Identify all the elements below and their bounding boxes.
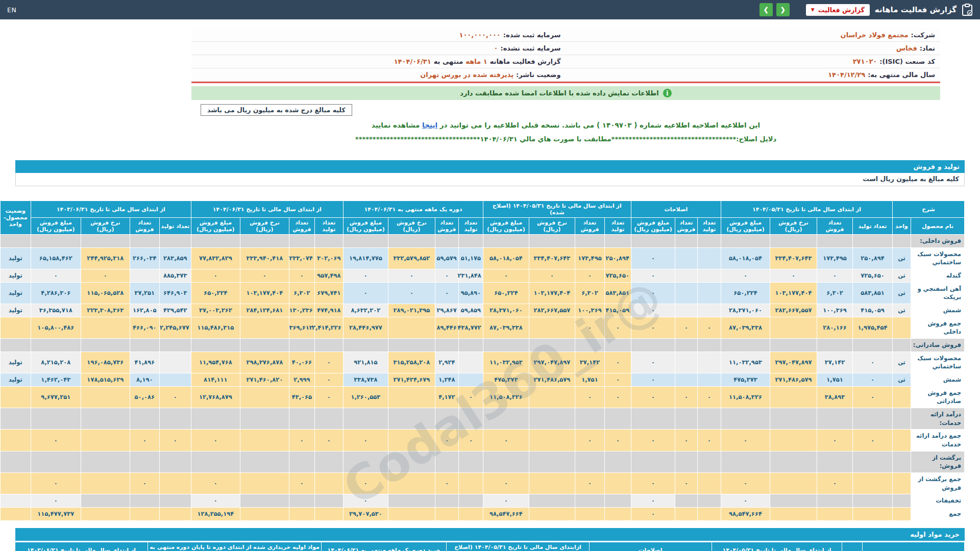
table-cell: ۰ — [435, 473, 458, 494]
table-cell: ۰ — [604, 373, 631, 387]
table-cell — [675, 508, 697, 521]
table-cell — [893, 494, 911, 508]
table-cell — [388, 317, 435, 338]
table-cell: ۰ — [458, 430, 483, 451]
column-header: نام محصول — [911, 218, 965, 235]
table-cell — [0, 430, 31, 451]
table-cell: تن — [893, 269, 911, 283]
table-cell — [343, 235, 388, 248]
table-cell: ۳۳۴,۴۰۷,۶۴۳ — [770, 247, 817, 269]
table-cell: ۲۸۲,۶۶۷,۵۵۷ — [770, 304, 817, 317]
language-switch-link[interactable]: EN — [7, 6, 16, 14]
table-cell — [893, 508, 911, 521]
chevron-down-icon: ▼ — [811, 7, 815, 12]
table-cell: ۳۷,۱۴۲ — [575, 352, 604, 373]
column-header: تعداد تولید — [853, 218, 893, 235]
table-cell — [697, 247, 721, 269]
table-row: جمع فروش داخلی۱,۹۷۵,۴۵۴۲۸۰,۱۶۶۸۷,۰۳۹,۳۳۸… — [0, 317, 964, 338]
table-cell: ۰ — [853, 373, 893, 387]
table-cell — [458, 508, 483, 521]
table-cell — [770, 317, 817, 338]
column-header: تعداد فروش — [130, 218, 159, 235]
table-cell: ۴,۱۷۲ — [435, 386, 458, 408]
table-cell: ۰ — [159, 430, 191, 451]
table-cell — [575, 451, 604, 472]
table-cell: ۰ — [817, 269, 853, 283]
previous-version-link[interactable]: اینجا — [422, 121, 437, 129]
table-cell — [458, 408, 483, 430]
column-group-header: واحد — [842, 542, 863, 551]
table-cell — [853, 473, 893, 494]
table-cell: ۰ — [631, 430, 675, 451]
table-cell — [388, 339, 435, 352]
table-cell — [675, 304, 697, 317]
table-cell — [770, 508, 817, 521]
report-type-dropdown[interactable]: گزارش فعالیت ▼ — [806, 4, 870, 16]
table-cell: ۱۷۳,۴۹۵ — [817, 247, 853, 269]
table-cell — [435, 339, 458, 352]
column-group-header: مواد اولیه خریداری شده از ابتدای دوره تا… — [148, 542, 322, 551]
table-cell: ۲۴۴,۹۲۵,۳۱۸ — [81, 247, 130, 269]
table-cell: ۵۹,۵۷۹ — [435, 247, 458, 269]
table-cell — [697, 508, 721, 521]
table-cell: ۰ — [31, 430, 81, 451]
amendment-note-suffix: مشاهده نمایید — [372, 121, 422, 129]
table-cell — [604, 339, 631, 352]
table-cell — [458, 352, 483, 373]
table-cell — [697, 408, 721, 430]
table-cell: ۰ — [697, 317, 721, 338]
column-group-header: خرید دوره یک ماهه منتهی به ۱۴۰۴/۰۶/۳۱ — [322, 542, 447, 551]
table-cell: ۲۸۰,۱۶۶ — [817, 317, 853, 338]
table-cell: ۲۷۱,۴۸۶,۵۷۹ — [770, 373, 817, 387]
table-cell — [529, 494, 575, 508]
table-cell: تن — [893, 304, 911, 317]
table-cell — [893, 317, 911, 338]
table-cell: ۴۱,۸۹۶ — [130, 352, 159, 373]
table-cell: ۰ — [631, 473, 675, 494]
table-cell — [697, 494, 721, 508]
table-cell — [31, 408, 81, 430]
column-header: مبلغ فروش (میلیون ریال) — [631, 218, 675, 235]
table-cell: ۱۰۳,۱۷۷,۴۰۴ — [529, 282, 575, 304]
table-cell: ۶۵۰,۲۲۴ — [483, 282, 529, 304]
company-info-row: نماد:فخاس — [566, 42, 941, 55]
table-cell: ۱۷۳,۴۹۵ — [575, 247, 604, 269]
table-cell — [575, 494, 604, 508]
info-label: گزارش فعالیت ماهانه — [490, 58, 561, 65]
table-cell — [817, 451, 853, 472]
row-label: جمع فروش داخلی — [911, 317, 965, 338]
section-label: برگشت از فروش: — [911, 451, 965, 472]
table-cell: ۰ — [240, 269, 289, 283]
table-cell — [289, 339, 314, 352]
table-cell — [631, 451, 675, 472]
table-cell — [343, 451, 388, 472]
table-cell: ۰ — [483, 269, 529, 283]
table-cell: ۰ — [483, 430, 529, 451]
table-cell: ۴۰,۰۶۶ — [289, 352, 314, 373]
chevron-right-icon: ❯ — [780, 6, 786, 13]
column-header: مبلغ فروش (میلیون ریال) — [343, 218, 388, 235]
table-cell: ۶۵۰,۲۲۴ — [191, 282, 240, 304]
column-group-header: شرح — [893, 201, 965, 218]
table-cell: ۲۵۰,۸۹۴ — [853, 247, 893, 269]
table-cell: ۰ — [817, 430, 853, 451]
table-cell: ۰ — [31, 269, 81, 283]
company-info-row: شرکت:مجتمع فولاد خراسان — [566, 29, 941, 42]
table-cell — [0, 451, 31, 472]
table-cell — [675, 494, 697, 508]
table-cell — [388, 430, 435, 451]
next-report-button[interactable]: ❯ — [776, 3, 790, 16]
table-cell: ۴۱۵,۰۵۹ — [604, 304, 631, 317]
table-cell — [343, 339, 388, 352]
table-cell: ۰ — [575, 269, 604, 283]
table-cell: ۴۳۸,۷۷۲ — [458, 317, 483, 338]
previous-report-button[interactable]: ❮ — [760, 3, 773, 16]
table-cell — [31, 235, 81, 248]
table-cell: ۰ — [721, 494, 770, 508]
table-cell: ۲۹۷,۰۴۷,۸۹۷ — [529, 352, 575, 373]
table-cell — [240, 473, 289, 494]
table-cell: ۲۸۲,۶۶۷,۵۵۷ — [529, 304, 575, 317]
page-title: گزارش فعالیت ماهانه — [875, 5, 957, 14]
table-cell: ۱۲۸,۲۵۵,۱۹۴ — [191, 508, 240, 521]
table-cell — [675, 235, 697, 248]
